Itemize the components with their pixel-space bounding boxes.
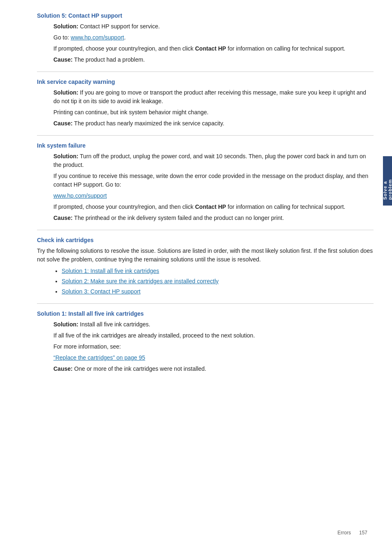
cause-label-3: Cause: [53, 215, 73, 221]
section-ink-system-failure: Ink system failure Solution: Turn off th… [37, 142, 374, 222]
cause-text-4: One or more of the ink cartridges were n… [74, 365, 206, 372]
solution1-install-link[interactable]: “Replace the cartridges” on page 95 [53, 354, 145, 361]
heading-solution5: Solution 5: Contact HP support [37, 12, 374, 19]
cause-label-4: Cause: [53, 365, 73, 372]
solution1-install-link-wrap: “Replace the cartridges” on page 95 [53, 354, 374, 362]
ink-service-indent: Solution: If you are going to move or tr… [53, 88, 374, 128]
heading-check-ink: Check ink cartridges [37, 237, 374, 243]
solution5-contact: If prompted, choose your country/region,… [53, 44, 374, 53]
solution5-label: Solution: [53, 23, 78, 30]
goto-period: . [124, 34, 126, 41]
cause-text-2: The product has nearly maximized the ink… [74, 120, 224, 127]
footer-errors: Errors [337, 530, 351, 536]
solution1-install-solution: Solution: Install all five ink cartridge… [53, 320, 374, 329]
side-tab: Solve a problem [383, 156, 392, 206]
bullet-3-link[interactable]: Solution 3: Contact HP support [62, 288, 141, 295]
ink-system-cause: Cause: The printhead or the ink delivery… [53, 214, 374, 222]
ink-system-link-wrap: www.hp.com/support [53, 192, 374, 200]
heading-ink-system-failure: Ink system failure [37, 142, 374, 149]
solution5-goto: Go to: www.hp.com/support. [53, 33, 374, 42]
ink-service-solution: Solution: If you are going to move or tr… [53, 88, 374, 106]
bullet-2: Solution 2: Make sure the ink cartridges… [62, 277, 374, 286]
main-content: Solution 5: Contact HP support Solution:… [0, 0, 392, 543]
section-solution1-install: Solution 1: Install all five ink cartrid… [37, 310, 374, 373]
ink-system-solution: Solution: Turn off the product, unplug t… [53, 152, 374, 169]
solution5-indent: Solution: Contact HP support for service… [53, 22, 374, 64]
solution5-text: Contact HP support for service. [80, 23, 160, 30]
cause-label-1: Cause: [53, 56, 73, 63]
solution1-install-more-info: For more information, see: [53, 342, 374, 351]
check-ink-intro: Try the following solutions to resolve t… [37, 247, 374, 264]
solution1-install-indent: Solution: Install all five ink cartridge… [53, 320, 374, 373]
check-ink-bullets: Solution 1: Install all five ink cartrid… [62, 267, 374, 296]
solution-text-4: Install all five ink cartridges. [80, 321, 150, 328]
ink-system-indent: Solution: Turn off the product, unplug t… [53, 152, 374, 222]
ink-system-contact: If prompted, choose your country/region,… [53, 203, 374, 211]
divider-4 [37, 303, 374, 304]
solution-text-3: Turn off the product, unplug the power c… [53, 153, 366, 168]
solution-label-3: Solution: [53, 153, 78, 159]
goto-prefix: Go to: [53, 34, 71, 41]
section-check-ink: Check ink cartridges Try the following s… [37, 237, 374, 296]
solution-text-2: If you are going to move or transport th… [53, 89, 366, 104]
cause-text-3: The printhead or the ink delivery system… [74, 215, 284, 221]
solution1-install-already: If all five of the ink cartridges are al… [53, 331, 374, 340]
solution5-solution: Solution: Contact HP support for service… [53, 22, 374, 31]
heading-ink-service: Ink service capacity warning [37, 79, 374, 85]
cause-text-1: The product had a problem. [74, 56, 145, 63]
contact-hp-bold-1: Contact HP [195, 45, 226, 52]
ink-system-link[interactable]: www.hp.com/support [53, 192, 107, 199]
ink-system-continue: If you continue to receive this message,… [53, 172, 374, 189]
solution5-cause: Cause: The product had a problem. [53, 55, 374, 64]
solution-label-4: Solution: [53, 321, 78, 328]
bullet-1: Solution 1: Install all five ink cartrid… [62, 267, 374, 275]
solution1-install-cause: Cause: One or more of the ink cartridges… [53, 365, 374, 373]
divider-3 [37, 230, 374, 230]
bullet-2-link[interactable]: Solution 2: Make sure the ink cartridges… [62, 278, 219, 284]
cause-label-2: Cause: [53, 120, 73, 127]
ink-service-printing: Printing can continue, but ink system be… [53, 108, 374, 117]
bullet-1-link[interactable]: Solution 1: Install all five ink cartrid… [62, 268, 159, 274]
solution5-link[interactable]: www.hp.com/support [71, 34, 124, 41]
divider-1 [37, 72, 374, 72]
contact-hp-bold-2: Contact HP [195, 203, 226, 210]
bullet-3: Solution 3: Contact HP support [62, 287, 374, 296]
heading-solution1-install: Solution 1: Install all five ink cartrid… [37, 310, 374, 317]
side-tab-label: Solve a problem [383, 162, 392, 200]
section-ink-service: Ink service capacity warning Solution: I… [37, 79, 374, 128]
divider-2 [37, 135, 374, 136]
ink-service-cause: Cause: The product has nearly maximized … [53, 119, 374, 128]
solution-label-2: Solution: [53, 89, 78, 96]
page-container: Solve a problem Solution 5: Contact HP s… [0, 0, 392, 543]
section-solution5: Solution 5: Contact HP support Solution:… [37, 12, 374, 64]
footer: Errors 157 [337, 530, 367, 536]
footer-page: 157 [359, 530, 367, 536]
